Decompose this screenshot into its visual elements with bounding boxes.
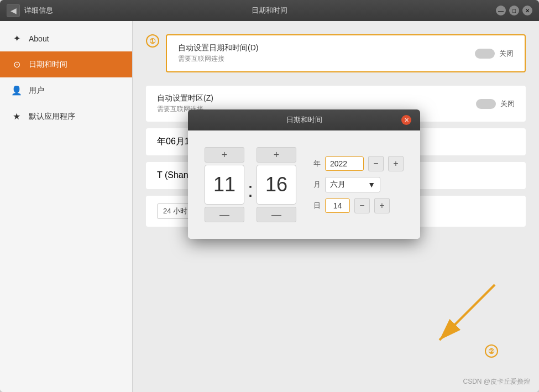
minute-up-button[interactable]: +: [257, 147, 296, 163]
hour-spinner: + 11 —: [205, 147, 244, 222]
hour-up-button[interactable]: +: [205, 147, 244, 163]
modal-titlebar: 日期和时间 ✕: [188, 109, 420, 130]
modal-close-button[interactable]: ✕: [401, 115, 411, 125]
auto-tz-toggle-area: 关闭: [476, 99, 515, 109]
sidebar-label-users: 用户: [29, 86, 44, 96]
month-label: 月: [310, 180, 321, 190]
modal-body: + 11 — : + 16 —: [188, 130, 420, 239]
circle-num-1: ①: [146, 34, 159, 48]
auto-time-row-wrapper: ① 自动设置日期和时间(D) 需要互联网连接 关闭: [146, 34, 526, 79]
window-title: 日期和时间: [252, 6, 287, 15]
title-bar-left: ◀ 详细信息: [7, 4, 53, 17]
maximize-button[interactable]: □: [509, 6, 519, 15]
auto-time-toggle[interactable]: [475, 49, 495, 59]
title-bar: ◀ 详细信息 日期和时间 — □ ✕: [0, 0, 539, 21]
auto-time-toggle-area: 关闭: [475, 49, 514, 59]
time-format-value: 24 小时: [163, 206, 187, 216]
auto-tz-toggle-label: 关闭: [500, 99, 515, 109]
circle-num-2-wrapper: ②: [485, 344, 505, 358]
year-down-button[interactable]: −: [368, 156, 384, 171]
month-value: 六月: [330, 180, 346, 190]
sidebar-item-about[interactable]: ✦ About: [0, 25, 132, 51]
main-window: ◀ 详细信息 日期和时间 — □ ✕ ✦ About ⊙ 日期和时间 👤 用户: [0, 0, 539, 392]
auto-tz-label: 自动设置时区(Z): [157, 93, 213, 103]
month-row: 月 六月 ▼: [310, 177, 404, 192]
modal-content: + 11 — : + 16 —: [205, 147, 404, 222]
sidebar-label-datetime: 日期和时间: [29, 60, 67, 70]
time-colon: :: [244, 168, 257, 202]
day-down-button[interactable]: −: [354, 198, 370, 213]
sidebar-item-users[interactable]: 👤 用户: [0, 77, 132, 103]
about-icon: ✦: [11, 33, 22, 44]
close-button[interactable]: ✕: [522, 6, 532, 15]
day-label: 日: [310, 201, 321, 211]
watermark: CSDN @皮卡丘爱撸煌: [463, 377, 530, 386]
modal-title: 日期和时间: [207, 115, 401, 125]
users-icon: 👤: [11, 85, 22, 96]
month-dropdown-icon: ▼: [368, 180, 375, 189]
datetime-icon: ⊙: [11, 59, 22, 70]
year-input[interactable]: [325, 156, 364, 171]
auto-time-label-group: 自动设置日期和时间(D) 需要互联网连接: [178, 43, 258, 64]
sidebar-item-default-apps[interactable]: ★ 默认应用程序: [0, 103, 132, 129]
window-controls: — □ ✕: [496, 6, 532, 15]
hour-display: 11: [205, 165, 244, 205]
minute-display: 16: [257, 165, 296, 205]
back-button[interactable]: ◀: [7, 4, 20, 17]
datetime-modal: 日期和时间 ✕ + 11 —: [188, 109, 420, 239]
auto-time-toggle-label: 关闭: [499, 49, 514, 59]
time-picker: + 11 — : + 16 —: [205, 147, 296, 222]
minute-spinner: + 16 —: [257, 147, 296, 222]
year-row: 年 − +: [310, 156, 404, 171]
auto-time-sub: 需要互联网连接: [178, 54, 258, 64]
day-input[interactable]: [325, 198, 350, 213]
svg-line-1: [439, 285, 495, 340]
auto-time-row: 自动设置日期和时间(D) 需要互联网连接 关闭: [167, 35, 525, 71]
window-body: ✦ About ⊙ 日期和时间 👤 用户 ★ 默认应用程序 ①: [0, 21, 539, 392]
auto-tz-toggle[interactable]: [476, 99, 496, 109]
auto-time-section: 自动设置日期和时间(D) 需要互联网连接 关闭: [166, 34, 526, 72]
sidebar: ✦ About ⊙ 日期和时间 👤 用户 ★ 默认应用程序: [0, 21, 133, 392]
circle-num-2: ②: [485, 344, 498, 358]
minimize-button[interactable]: —: [496, 6, 506, 15]
section-title: 详细信息: [24, 6, 53, 15]
auto-time-label: 自动设置日期和时间(D): [178, 43, 258, 53]
year-up-button[interactable]: +: [388, 156, 404, 171]
month-select[interactable]: 六月 ▼: [325, 177, 380, 192]
main-content: ① 自动设置日期和时间(D) 需要互联网连接 关闭: [133, 21, 539, 392]
date-picker: 年 − + 月 六月 ▼: [310, 156, 404, 213]
sidebar-label-default-apps: 默认应用程序: [29, 112, 75, 122]
sidebar-label-about: About: [29, 34, 49, 43]
year-label: 年: [310, 159, 321, 169]
default-apps-icon: ★: [11, 111, 22, 122]
sidebar-item-datetime[interactable]: ⊙ 日期和时间: [0, 51, 132, 77]
day-row: 日 − +: [310, 198, 404, 213]
hour-down-button[interactable]: —: [205, 207, 244, 222]
day-up-button[interactable]: +: [374, 198, 390, 213]
minute-down-button[interactable]: —: [257, 207, 296, 222]
